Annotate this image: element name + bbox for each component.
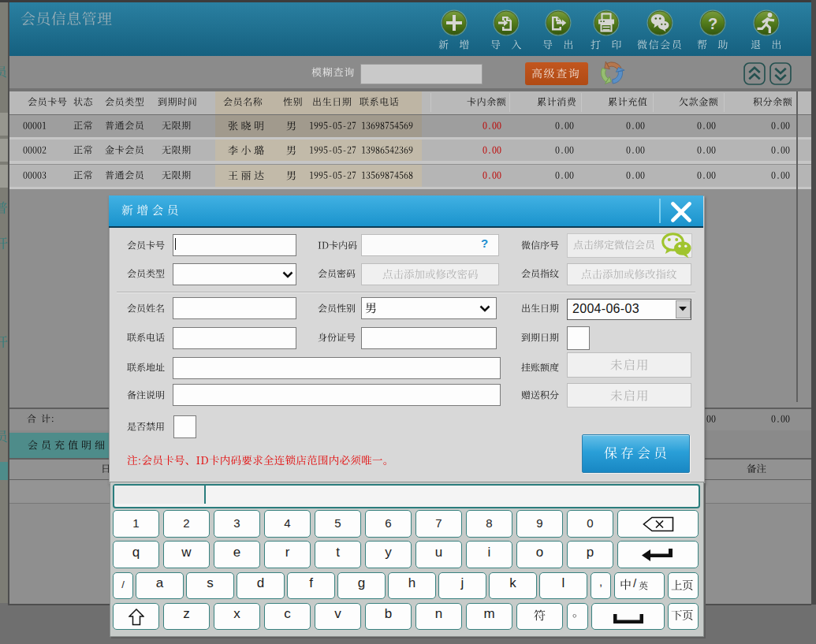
svg-text:?: ? <box>707 15 717 32</box>
